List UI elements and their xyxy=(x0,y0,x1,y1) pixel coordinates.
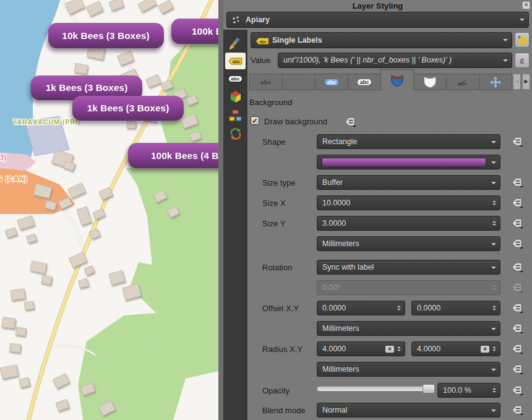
data-defined-override-icon[interactable] xyxy=(512,239,524,249)
data-defined-override-icon[interactable] xyxy=(512,364,524,374)
opacity-slider-handle[interactable] xyxy=(423,384,435,393)
offset-x-spinbox[interactable]: 0.0000 xyxy=(317,301,405,315)
clear-icon[interactable]: ✕ xyxy=(385,346,394,353)
spin-up-icon[interactable] xyxy=(492,304,496,307)
data-defined-override-icon[interactable] xyxy=(512,137,524,147)
size-type-combo[interactable]: Buffer xyxy=(317,175,500,190)
clear-icon[interactable]: ✕ xyxy=(481,346,489,353)
panel-divider[interactable] xyxy=(218,0,223,420)
tab-shadow[interactable] xyxy=(413,74,447,90)
chevron-down-icon xyxy=(491,328,496,333)
sidebar-item-mask[interactable]: abc xyxy=(225,71,246,87)
label-method-selector[interactable]: abc Single Labels xyxy=(251,32,512,48)
opacity-slider-track[interactable] xyxy=(317,386,435,392)
tab-formatting[interactable]: +ab< c xyxy=(282,74,315,90)
close-icon[interactable]: ✕ xyxy=(522,1,530,9)
offset-units-combo[interactable]: Millimeters xyxy=(317,321,500,336)
sidebar-item-symbology[interactable] xyxy=(225,35,246,51)
tab-placement[interactable] xyxy=(479,74,512,90)
label-method-value: Single Labels xyxy=(272,36,322,45)
value-expression-combo[interactable]: unt"/1000), 'k Bees (' || nbr_of_boxes |… xyxy=(278,53,512,68)
size-units-combo[interactable]: Millimeters xyxy=(317,236,500,251)
automated-placement-button[interactable] xyxy=(515,32,530,48)
spin-down-icon[interactable] xyxy=(492,309,496,312)
data-defined-override-icon[interactable] xyxy=(345,117,357,127)
opacity-value: 100.0 % xyxy=(443,386,471,395)
data-defined-override-icon[interactable] xyxy=(512,344,524,354)
spin-down-icon[interactable] xyxy=(492,224,496,228)
tab-callouts[interactable]: abc xyxy=(446,74,479,90)
shape-label: Shape xyxy=(262,137,286,147)
shadow-shield-icon xyxy=(423,75,437,88)
map-place-label: S (CAN) xyxy=(0,175,28,182)
chevron-down-icon xyxy=(520,19,525,24)
spin-down-icon[interactable] xyxy=(397,309,401,312)
opacity-spinbox[interactable]: 100.0 % xyxy=(437,383,500,398)
expression-builder-button[interactable]: ε xyxy=(515,53,530,68)
spin-up-icon[interactable] xyxy=(492,199,496,202)
data-defined-override-icon[interactable] xyxy=(512,178,524,187)
size-type-value: Buffer xyxy=(322,178,343,187)
spin-up-icon[interactable] xyxy=(492,386,496,390)
sidebar-item-labels[interactable]: abc xyxy=(225,53,246,69)
spin-up-icon xyxy=(492,283,496,287)
sidebar-item-history[interactable] xyxy=(225,125,246,142)
spin-up-icon[interactable] xyxy=(397,345,401,348)
shape-value: Rectangle xyxy=(322,137,357,146)
size-y-spinbox[interactable]: 3.0000 xyxy=(317,216,500,231)
tab-background[interactable] xyxy=(380,69,414,90)
mask-tab-icon: abc xyxy=(358,79,372,85)
tab-mask[interactable]: abc xyxy=(348,74,381,90)
rotation-angle-spinbox: 0.00° xyxy=(317,280,500,295)
shape-combo[interactable]: Rectangle xyxy=(317,134,500,149)
bee-label: 1k Bees (3 Boxes) xyxy=(87,103,169,113)
section-heading: Background xyxy=(249,98,292,107)
rotation-combo[interactable]: Sync with label xyxy=(317,260,500,275)
tab-text[interactable]: abc xyxy=(249,74,283,90)
radius-units-value: Millimeters xyxy=(322,365,359,374)
map-canvas[interactable]: TARAXACUM (PRI) AT) S (CAN) 10k Bees (3 … xyxy=(0,0,218,420)
size-units-value: Millimeters xyxy=(322,239,359,248)
draw-background-label: Draw background xyxy=(264,117,327,126)
spin-up-icon[interactable] xyxy=(397,304,401,307)
label-tag-icon: abc xyxy=(255,37,269,45)
data-defined-override-icon[interactable] xyxy=(512,303,524,313)
size-x-spinbox[interactable]: 10.0000 xyxy=(317,195,500,210)
offset-y-spinbox[interactable]: 0.0000 xyxy=(411,301,500,315)
layer-name: Apiary xyxy=(246,15,270,24)
check-icon: ✓ xyxy=(252,117,257,124)
radius-x-spinbox[interactable]: 4.0000 ✕ xyxy=(317,341,405,356)
data-defined-override-icon xyxy=(512,283,524,293)
rotation-angle-value: 0.00° xyxy=(322,283,340,292)
bee-label: 1k Bees (3 Boxes) xyxy=(46,82,128,93)
offset-units-value: Millimeters xyxy=(322,324,359,333)
data-defined-override-icon[interactable] xyxy=(512,218,524,228)
fill-color-button[interactable] xyxy=(317,155,500,169)
data-defined-override-icon[interactable] xyxy=(512,385,524,395)
data-defined-override-icon[interactable] xyxy=(512,198,524,208)
sidebar-item-3d-view[interactable] xyxy=(225,88,246,105)
spin-up-icon[interactable] xyxy=(492,219,496,223)
draw-background-checkbox[interactable]: ✓ xyxy=(251,116,259,125)
radius-y-spinbox[interactable]: 4.0000 ✕ xyxy=(411,341,500,356)
tab-scroll-right-button[interactable]: ▶ xyxy=(522,74,530,90)
sidebar-item-diagrams[interactable] xyxy=(225,107,246,124)
blend-mode-combo[interactable]: Normal xyxy=(317,403,500,418)
spin-down-icon[interactable] xyxy=(492,391,496,395)
size-y-value: 3.0000 xyxy=(322,219,346,228)
chevron-down-icon xyxy=(491,369,496,374)
chevron-down-icon xyxy=(503,59,508,64)
tab-scroll-left-button[interactable]: ◀ xyxy=(513,74,521,90)
gear-icon xyxy=(517,35,528,46)
spin-down-icon[interactable] xyxy=(492,349,496,353)
data-defined-override-icon[interactable] xyxy=(512,262,524,272)
spin-down-icon[interactable] xyxy=(397,349,401,353)
data-defined-override-icon[interactable] xyxy=(512,405,524,415)
spin-up-icon[interactable] xyxy=(492,345,496,348)
tab-buffer[interactable]: abc xyxy=(315,74,348,90)
spin-down-icon[interactable] xyxy=(492,204,496,207)
color-swatch xyxy=(322,158,486,167)
data-defined-override-icon[interactable] xyxy=(512,324,524,333)
layer-selector[interactable]: Apiary xyxy=(226,12,529,28)
radius-units-combo[interactable]: Millimeters xyxy=(317,362,500,377)
